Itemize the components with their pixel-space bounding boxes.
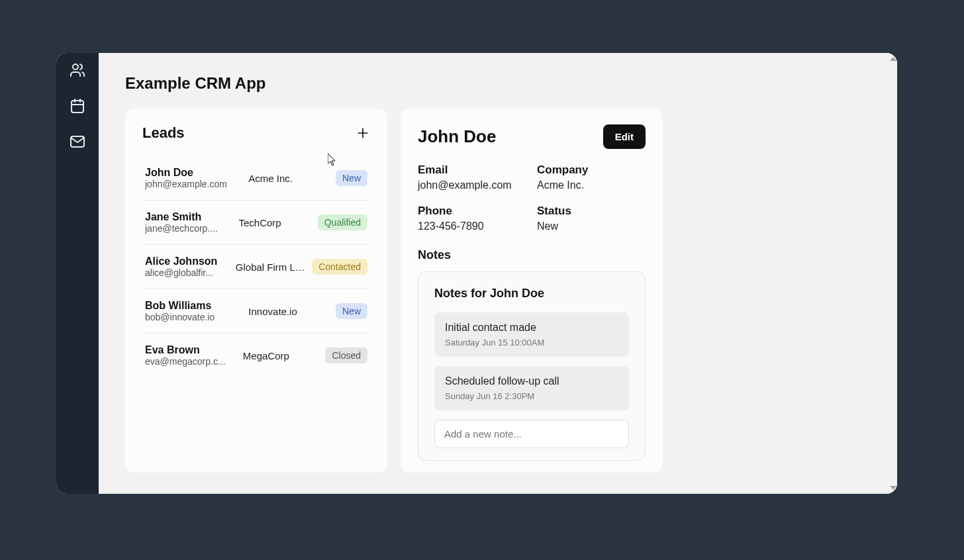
- lead-row[interactable]: Bob Williamsbob@innovate.ioInnovate.ioNe…: [142, 289, 370, 334]
- field-company: Company Acme Inc.: [537, 163, 646, 191]
- svg-rect-1: [72, 101, 83, 113]
- lead-name: Bob Williams: [145, 300, 243, 312]
- note-item: Scheduled follow-up callSunday Jun 16 2:…: [434, 366, 629, 410]
- lead-company: Acme Inc.: [248, 173, 330, 184]
- detail-header: John Doe Edit: [418, 124, 646, 149]
- field-email-value: john@example.com: [418, 179, 526, 191]
- people-icon[interactable]: [70, 62, 85, 78]
- lead-identity: John Doejohn@example.com: [145, 167, 243, 189]
- lead-email: eva@megacorp.c...: [145, 356, 231, 367]
- note-timestamp: Saturday Jun 15 10:00AM: [445, 338, 618, 348]
- leads-list: John Doejohn@example.comAcme Inc.NewJane…: [142, 156, 370, 377]
- status-badge: Closed: [325, 348, 367, 363]
- lead-email: john@example.com: [145, 179, 231, 189]
- detail-lead-name: John Doe: [418, 126, 496, 147]
- status-badge: New: [336, 170, 367, 186]
- lead-company: MegaCorp: [243, 350, 320, 361]
- note-text: Initial contact made: [445, 322, 618, 334]
- leads-panel: Leads John Doejohn@example.comAcme Inc.N…: [125, 109, 387, 473]
- add-note-input[interactable]: [434, 420, 629, 448]
- sidebar: [56, 53, 99, 494]
- edit-button[interactable]: Edit: [603, 124, 646, 149]
- status-badge: Qualified: [318, 214, 367, 230]
- field-company-value: Acme Inc.: [537, 179, 646, 191]
- columns: Leads John Doejohn@example.comAcme Inc.N…: [125, 109, 871, 473]
- leads-heading: Leads: [142, 124, 185, 142]
- lead-detail-panel: John Doe Edit Email john@example.com Com…: [401, 109, 663, 473]
- field-email: Email john@example.com: [418, 163, 526, 191]
- app-title: Example CRM App: [125, 74, 871, 93]
- lead-identity: Alice Johnsonalice@globalfir...: [145, 256, 230, 278]
- lead-name: Jane Smith: [145, 211, 233, 223]
- lead-name: John Doe: [145, 167, 243, 179]
- field-phone: Phone 123-456-7890: [418, 205, 526, 232]
- lead-name: Eva Brown: [145, 344, 238, 356]
- mail-icon[interactable]: [70, 134, 85, 150]
- app-window: Example CRM App Leads John Doejohn@examp…: [56, 53, 897, 494]
- lead-row[interactable]: Eva Browneva@megacorp.c...MegaCorpClosed: [142, 334, 370, 377]
- lead-name: Alice Johnson: [145, 256, 230, 267]
- lead-identity: Eva Browneva@megacorp.c...: [145, 344, 238, 367]
- lead-identity: Jane Smithjane@techcorp....: [145, 211, 233, 234]
- lead-row[interactable]: John Doejohn@example.comAcme Inc.New: [142, 156, 370, 201]
- notes-heading: Notes: [418, 248, 646, 262]
- lead-email: jane@techcorp....: [145, 223, 231, 234]
- status-badge: New: [336, 303, 367, 319]
- lead-company: Innovate.io: [248, 306, 330, 317]
- calendar-icon[interactable]: [70, 98, 85, 114]
- detail-fields: Email john@example.com Company Acme Inc.…: [418, 163, 646, 232]
- lead-identity: Bob Williamsbob@innovate.io: [145, 300, 243, 322]
- lead-company: TechCorp: [238, 217, 312, 228]
- scrollbar[interactable]: [891, 57, 896, 490]
- note-text: Scheduled follow-up call: [445, 375, 618, 387]
- lead-company: Global Firm LLC: [236, 261, 307, 273]
- notes-list: Initial contact madeSaturday Jun 15 10:0…: [434, 312, 629, 410]
- scroll-up-icon[interactable]: [890, 57, 896, 61]
- notes-card-title: Notes for John Doe: [434, 287, 629, 301]
- field-email-label: Email: [418, 163, 526, 177]
- main-content: Example CRM App Leads John Doejohn@examp…: [99, 53, 897, 494]
- scroll-down-icon[interactable]: [890, 486, 896, 490]
- status-badge: Contacted: [312, 259, 367, 275]
- field-status-value: New: [537, 220, 646, 232]
- field-phone-label: Phone: [418, 205, 526, 218]
- field-phone-value: 123-456-7890: [418, 220, 526, 232]
- field-status-label: Status: [537, 205, 646, 218]
- notes-card: Notes for John Doe Initial contact madeS…: [418, 271, 646, 461]
- leads-header: Leads: [142, 124, 370, 142]
- note-timestamp: Sunday Jun 16 2:30PM: [445, 391, 618, 401]
- add-lead-button[interactable]: [356, 126, 370, 140]
- lead-email: alice@globalfir...: [145, 267, 230, 278]
- field-company-label: Company: [537, 163, 646, 177]
- lead-row[interactable]: Jane Smithjane@techcorp....TechCorpQuali…: [142, 201, 370, 245]
- field-status: Status New: [537, 205, 646, 232]
- svg-point-0: [73, 64, 78, 70]
- note-item: Initial contact madeSaturday Jun 15 10:0…: [434, 312, 629, 357]
- lead-email: bob@innovate.io: [145, 312, 231, 322]
- lead-row[interactable]: Alice Johnsonalice@globalfir...Global Fi…: [142, 245, 370, 289]
